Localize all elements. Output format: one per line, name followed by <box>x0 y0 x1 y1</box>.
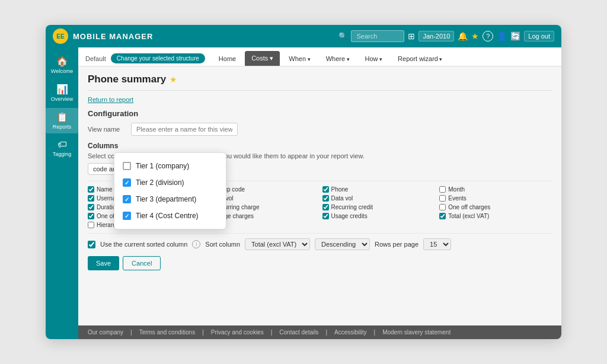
refresh-icon[interactable]: 🔄 <box>510 31 520 41</box>
footer: Our company | Terms and conditions | Pri… <box>78 325 561 339</box>
search-icon: 🔍 <box>338 32 347 40</box>
checkbox-total-excl-vat-input[interactable] <box>439 213 446 219</box>
checkbox-username-input[interactable] <box>88 195 94 202</box>
dropdown-tier2[interactable]: Tier 2 (division) <box>114 174 226 191</box>
logout-button[interactable]: Log out <box>524 31 554 41</box>
checkbox-phone-input[interactable] <box>322 186 329 193</box>
sidebar: 🏠 Welcome 📊 Overview 📋 Reports 🏷 Tagging <box>46 47 78 339</box>
sort-column-select[interactable]: Total (excl VAT) <box>245 238 310 250</box>
bell-icon[interactable]: 🔔 <box>458 31 468 41</box>
footer-contact[interactable]: Contact details <box>279 329 318 336</box>
tab-when[interactable]: When <box>282 52 317 66</box>
checkbox-month-input[interactable] <box>439 186 446 193</box>
checkbox-recurring-credit-input[interactable] <box>322 204 329 210</box>
checkbox-events: Events <box>439 195 552 202</box>
sidebar-item-label: Reports <box>53 124 72 130</box>
checkbox-one-off-charges-input[interactable] <box>439 204 446 210</box>
tier2-label: Tier 2 (division) <box>136 178 184 187</box>
sidebar-item-overview[interactable]: 📊 Overview <box>46 80 78 106</box>
browser-window: EE MOBILE MANAGER 🔍 ⊞ Jan-2010 🔔 ★ ? 👤 🔄… <box>46 25 561 339</box>
tab-costs[interactable]: Costs ▾ <box>245 51 280 66</box>
user-icon[interactable]: 👤 <box>497 31 507 41</box>
tier3-checkbox[interactable] <box>123 195 131 203</box>
btn-row: Save Cancel <box>88 256 552 270</box>
checkbox-data-vol-label: Data vol <box>331 195 353 202</box>
title-divider <box>88 90 552 91</box>
tier3-label: Tier 3 (department) <box>136 195 196 203</box>
page-title-row: Phone summary ★ <box>88 74 552 85</box>
page-title: Phone summary <box>88 74 166 85</box>
checkbox-phone-label: Phone <box>331 186 349 193</box>
footer-terms[interactable]: Terms and conditions <box>139 329 196 336</box>
footer-privacy[interactable]: Privacy and cookies <box>211 329 264 336</box>
checkbox-events-label: Events <box>448 195 467 202</box>
tier1-label: Tier 1 (company) <box>136 162 189 170</box>
tier4-checkbox[interactable] <box>123 212 131 220</box>
sidebar-item-reports[interactable]: 📋 Reports <box>46 108 78 133</box>
home-icon: 🏠 <box>56 56 68 67</box>
tab-report-wizard[interactable]: Report wizard <box>391 52 449 66</box>
tab-home[interactable]: Home <box>212 52 242 66</box>
checkbox-usage-credits: Usage credits <box>322 213 435 219</box>
dropdown-tier3[interactable]: Tier 3 (department) <box>114 191 226 207</box>
sidebar-item-label: Tagging <box>53 151 72 157</box>
favorite-star-icon[interactable]: ★ <box>170 75 177 84</box>
footer-divider: | <box>202 329 204 336</box>
sidebar-item-tagging[interactable]: 🏷 Tagging <box>46 136 78 161</box>
nav-right: 🔍 ⊞ Jan-2010 🔔 ★ ? 👤 🔄 Log out <box>338 30 554 42</box>
checkbox-name-input[interactable] <box>88 186 94 193</box>
rows-per-page-label: Rows per page <box>375 241 418 248</box>
help-icon[interactable]: ? <box>483 31 493 41</box>
info-icon: i <box>192 240 200 248</box>
tier1-checkbox[interactable] <box>123 162 131 170</box>
sort-divider <box>88 233 552 234</box>
use-current-sorted-checkbox[interactable] <box>88 241 95 248</box>
sidebar-item-label: Overview <box>51 96 74 102</box>
change-structure-button[interactable]: Change your selected structure <box>111 53 205 63</box>
ee-logo: EE <box>53 28 68 44</box>
search-input[interactable] <box>351 30 404 42</box>
checkbox-data-vol-input[interactable] <box>322 195 329 202</box>
footer-divider: | <box>325 329 327 336</box>
sort-order-select[interactable]: Descending <box>315 238 370 250</box>
return-to-report-link[interactable]: Return to report <box>88 96 133 103</box>
checkbox-recurring-credit: Recurring credit <box>322 204 435 210</box>
checkbox-name-label: Name <box>97 186 113 193</box>
checkbox-events-input[interactable] <box>439 195 446 202</box>
checkbox-one-off-credits-input[interactable] <box>88 213 94 219</box>
rows-per-page-select[interactable]: 15 <box>423 238 451 250</box>
checkbox-total-excl-vat-label: Total (excl VAT) <box>448 213 489 219</box>
use-current-sorted-label: Use the current sorted column <box>100 241 187 248</box>
tagging-icon: 🏷 <box>57 139 67 150</box>
star-icon[interactable]: ★ <box>471 31 479 41</box>
dropdown-tier1[interactable]: Tier 1 (company) <box>114 158 226 174</box>
checkbox-hierarchy-columns-input[interactable] <box>88 222 94 228</box>
tab-where[interactable]: Where <box>320 52 356 66</box>
footer-accessibility[interactable]: Accessibility <box>334 329 366 336</box>
top-nav: EE MOBILE MANAGER 🔍 ⊞ Jan-2010 🔔 ★ ? 👤 🔄… <box>46 25 561 47</box>
checkbox-one-off-charges: One off charges <box>439 204 552 210</box>
footer-our-company[interactable]: Our company <box>88 329 123 336</box>
dropdown-tier4[interactable]: Tier 4 (Cost Centre) <box>114 207 226 224</box>
sort-row: Use the current sorted column i Sort col… <box>88 238 552 250</box>
tier4-label: Tier 4 (Cost Centre) <box>136 212 199 220</box>
cancel-button[interactable]: Cancel <box>123 256 161 270</box>
checkbox-month: Month <box>439 186 552 193</box>
tier2-checkbox[interactable] <box>123 178 131 187</box>
reports-icon: 📋 <box>56 111 68 123</box>
view-name-input[interactable] <box>131 123 238 136</box>
footer-divider: | <box>374 329 376 336</box>
footer-divider: | <box>271 329 273 336</box>
overview-icon: 📊 <box>56 84 68 95</box>
sidebar-item-welcome[interactable]: 🏠 Welcome <box>46 52 78 78</box>
tab-how[interactable]: How <box>359 52 389 66</box>
checkbox-data-vol: Data vol <box>322 195 435 202</box>
save-button[interactable]: Save <box>88 256 119 270</box>
checkbox-usage-credits-input[interactable] <box>322 213 329 219</box>
footer-modern-slavery[interactable]: Modern slavery statement <box>382 329 451 336</box>
view-name-row: View name <box>88 123 552 136</box>
checkbox-duration-input[interactable] <box>88 204 94 210</box>
checkbox-recurring-credit-label: Recurring credit <box>331 204 373 210</box>
columns-section-label: Columns <box>88 142 552 150</box>
tab-bar: Default Change your selected structure H… <box>78 47 561 66</box>
